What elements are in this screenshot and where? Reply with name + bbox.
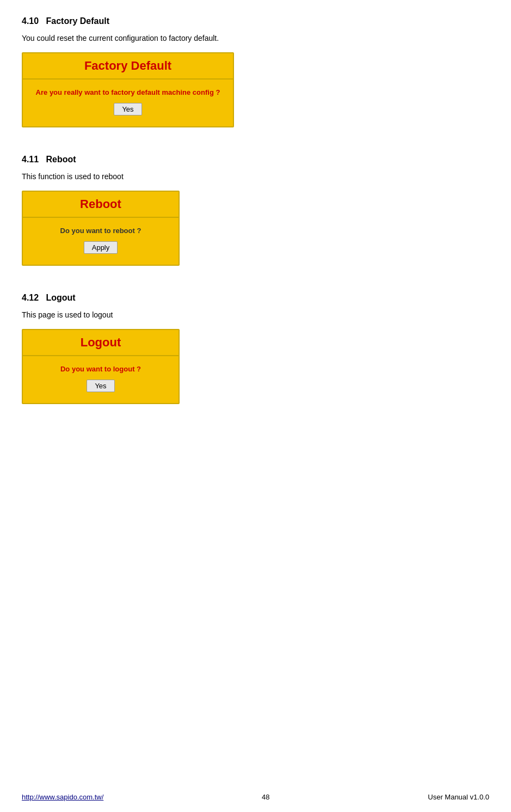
factory-default-widget: Factory Default Are you really want to f… bbox=[22, 52, 234, 127]
page-footer: http://www.sapido.com.tw/ 48 User Manual… bbox=[0, 793, 511, 801]
section-title: Logout bbox=[46, 293, 75, 302]
section-412-desc: This page is used to logout bbox=[22, 310, 489, 319]
section-411-heading: 4.11 Reboot bbox=[22, 155, 489, 164]
reboot-header-text: Reboot bbox=[80, 197, 121, 211]
factory-default-header-text: Factory Default bbox=[84, 59, 171, 72]
factory-default-header: Factory Default bbox=[23, 53, 233, 80]
footer-url-link[interactable]: http://www.sapido.com.tw/ bbox=[22, 793, 103, 801]
logout-question: Do you want to logout ? bbox=[34, 365, 168, 373]
section-logout: 4.12 Logout This page is used to logout … bbox=[22, 293, 489, 404]
section-number: 4.11 bbox=[22, 155, 39, 164]
footer-link[interactable]: http://www.sapido.com.tw/ bbox=[22, 793, 103, 801]
footer-manual-version: User Manual v1.0.0 bbox=[428, 793, 489, 801]
section-title: Factory Default bbox=[46, 16, 109, 26]
logout-header-text: Logout bbox=[81, 335, 121, 349]
footer-page-number: 48 bbox=[103, 793, 428, 801]
section-reboot: 4.11 Reboot This function is used to reb… bbox=[22, 155, 489, 266]
logout-yes-button[interactable]: Yes bbox=[87, 380, 114, 392]
section-410-heading: 4.10 Factory Default bbox=[22, 16, 489, 26]
reboot-body: Do you want to reboot ? Apply bbox=[23, 218, 178, 265]
logout-widget: Logout Do you want to logout ? Yes bbox=[22, 329, 180, 404]
section-410-desc: You could reset the current configuratio… bbox=[22, 34, 489, 42]
section-title: Reboot bbox=[46, 155, 76, 164]
factory-default-yes-button[interactable]: Yes bbox=[114, 103, 141, 115]
reboot-apply-button[interactable]: Apply bbox=[84, 241, 118, 254]
logout-body: Do you want to logout ? Yes bbox=[23, 356, 178, 403]
reboot-question: Do you want to reboot ? bbox=[34, 227, 168, 235]
section-factory-default: 4.10 Factory Default You could reset the… bbox=[22, 16, 489, 127]
section-411-desc: This function is used to reboot bbox=[22, 172, 489, 181]
factory-default-question: Are you really want to factory default m… bbox=[34, 88, 222, 96]
section-number: 4.10 bbox=[22, 16, 39, 26]
reboot-widget: Reboot Do you want to reboot ? Apply bbox=[22, 191, 180, 266]
logout-header: Logout bbox=[23, 330, 178, 356]
section-number: 4.12 bbox=[22, 293, 39, 302]
section-412-heading: 4.12 Logout bbox=[22, 293, 489, 303]
factory-default-body: Are you really want to factory default m… bbox=[23, 80, 233, 126]
reboot-header: Reboot bbox=[23, 192, 178, 218]
